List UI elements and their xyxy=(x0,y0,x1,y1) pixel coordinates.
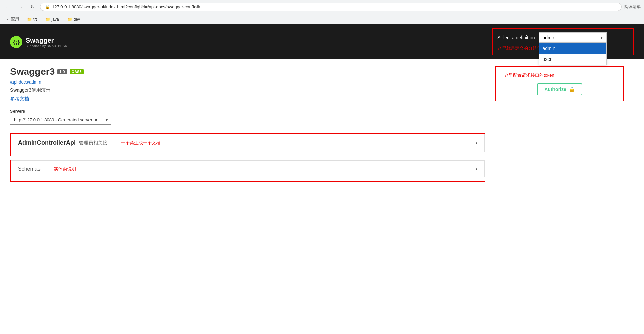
definition-select[interactable]: admin user xyxy=(539,32,607,43)
authorize-note: 这里配置请求接口的token xyxy=(504,72,555,78)
lock-icon: 🔓 xyxy=(45,5,50,9)
folder-icon: 📁 xyxy=(67,17,72,22)
bookmark-java[interactable]: 📁 java xyxy=(43,16,61,22)
swagger-main: Swagger3 1.0 OAS3 /api-docs/admin Swagge… xyxy=(0,59,644,276)
address-bar[interactable]: 🔓 127.0.0.1:8080/swagger-ui/index.html?c… xyxy=(40,3,622,11)
dropdown-option-user[interactable]: user xyxy=(539,54,606,65)
folder-icon: 📁 xyxy=(45,17,50,22)
api-section-annotated: AdminControllerApi 管理员相关接口 一个类生成一个文档 › xyxy=(10,133,485,156)
url-text: 127.0.0.1:8080/swagger-ui/index.html?con… xyxy=(52,4,200,9)
api-section-left: AdminControllerApi 管理员相关接口 一个类生成一个文档 xyxy=(18,139,160,146)
authorize-label: Authorize xyxy=(544,87,566,92)
api-docs-link[interactable]: /api-docs/admin xyxy=(10,79,41,85)
grid-icon: ⋮ xyxy=(5,17,9,22)
authorize-button[interactable]: Authorize 🔒 xyxy=(537,83,582,95)
schemas-section[interactable]: Schemas 实体类说明 › xyxy=(11,160,485,177)
servers-section: Servers http://127.0.0.1:8080 - Generate… xyxy=(10,109,485,125)
schema-note: 实体类说明 xyxy=(54,166,76,172)
servers-label: Servers xyxy=(10,109,485,114)
definition-row: Select a definition admin user ▼ admin u… xyxy=(497,32,628,43)
api-description: Swagger3使用演示 xyxy=(10,87,485,93)
version-badge: 1.0 xyxy=(57,69,67,74)
oas-badge: OAS3 xyxy=(70,69,84,74)
lock-icon: 🔒 xyxy=(569,87,575,92)
api-section-chevron-icon: › xyxy=(475,139,478,146)
swagger-logo-icon: {;} xyxy=(10,36,22,48)
api-section-note: 一个类生成一个文档 xyxy=(121,140,160,146)
bookmarks-bar: ⋮ 应用 📁 trt 📁 java 📁 dev xyxy=(0,14,644,24)
schema-left: Schemas 实体类说明 xyxy=(18,166,76,172)
bookmark-trt[interactable]: 📁 trt xyxy=(25,16,39,22)
back-button[interactable]: ← xyxy=(3,2,13,12)
api-section-name: AdminControllerApi xyxy=(18,139,76,146)
api-section-desc: 管理员相关接口 xyxy=(79,140,112,146)
browser-chrome: ← → ↻ 🔓 127.0.0.1:8080/swagger-ui/index.… xyxy=(0,0,644,14)
forward-button[interactable]: → xyxy=(16,2,25,12)
definition-label: Select a definition xyxy=(497,35,535,40)
swagger-header: {;} Swagger Supported by SMARTBEAR Selec… xyxy=(0,24,644,59)
reading-mode[interactable]: 阅读清单 xyxy=(624,4,641,10)
swagger-logo-text: Swagger Supported by SMARTBEAR xyxy=(26,37,67,48)
definition-select-wrapper[interactable]: admin user ▼ admin user xyxy=(539,32,607,43)
ref-link[interactable]: 参考文档 xyxy=(10,96,29,101)
definition-dropdown: admin user xyxy=(539,43,607,65)
definition-selector-box: Select a definition admin user ▼ admin u… xyxy=(492,28,634,55)
authorize-box: 这里配置请求接口的token Authorize 🔒 xyxy=(495,66,624,101)
swagger-logo: {;} Swagger Supported by SMARTBEAR xyxy=(10,36,67,48)
schema-name: Schemas xyxy=(18,166,41,172)
folder-icon: 📁 xyxy=(27,17,32,22)
app-title: Swagger3 1.0 OAS3 xyxy=(10,66,485,77)
main-content-area: Swagger3 1.0 OAS3 /api-docs/admin Swagge… xyxy=(10,66,634,269)
servers-select-wrapper[interactable]: http://127.0.0.1:8080 - Generated server… xyxy=(10,115,111,125)
servers-select[interactable]: http://127.0.0.1:8080 - Generated server… xyxy=(10,115,111,125)
schema-section-annotated: Schemas 实体类说明 › xyxy=(10,160,485,182)
bookmark-dev[interactable]: 📁 dev xyxy=(65,16,82,22)
reload-button[interactable]: ↻ xyxy=(28,2,37,12)
dropdown-option-admin[interactable]: admin xyxy=(539,43,606,54)
left-content: Swagger3 1.0 OAS3 /api-docs/admin Swagge… xyxy=(10,66,485,182)
admin-controller-section[interactable]: AdminControllerApi 管理员相关接口 一个类生成一个文档 › xyxy=(11,134,485,152)
app-title-section: Swagger3 1.0 OAS3 /api-docs/admin Swagge… xyxy=(10,66,485,102)
bookmark-apps[interactable]: ⋮ 应用 xyxy=(3,16,21,23)
schema-chevron-icon: › xyxy=(475,165,478,172)
